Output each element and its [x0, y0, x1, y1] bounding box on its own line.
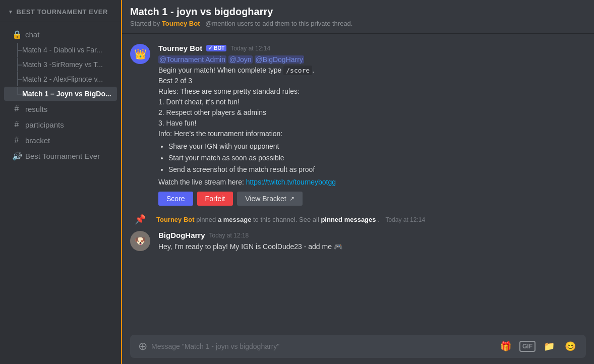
gift-icon[interactable]: 🎁: [498, 339, 513, 354]
thread-label-match1: Match 1 – Joyn vs BigDo...: [22, 90, 111, 98]
pinned-timestamp: Today at 12:14: [385, 216, 425, 223]
channel-label-chat: chat: [25, 30, 39, 39]
thread-group: Match 4 - Diaboli vs Far... Match 3 -Sir…: [0, 43, 121, 101]
thread-label-match3: Match 3 -SirRomey vs T...: [22, 60, 103, 69]
file-upload-icon[interactable]: 📁: [542, 339, 557, 354]
thread-connector: [17, 94, 22, 95]
pinned-verb: pinned: [196, 216, 218, 223]
channel-label-voice: Best Tournament Ever: [25, 152, 100, 160]
channel-label-participants: participants: [25, 120, 64, 129]
mention-hint: @mention users to add them to this priva…: [205, 20, 352, 27]
message-content-bigdog: BigDogHarry Today at 12:18 Hey, I'm read…: [158, 231, 586, 252]
channels-section: 🔒 chat Match 4 - Diaboli vs Far... Match…: [0, 22, 121, 168]
pinned-author: Tourney Bot: [156, 216, 195, 223]
gif-button[interactable]: GIF: [519, 341, 536, 352]
message-author-tourney: Tourney Bot: [158, 44, 202, 52]
message-line-2: Best 2 of 3: [158, 76, 586, 86]
channel-item-participants[interactable]: # participants: [4, 117, 117, 132]
sidebar: ▼ BEST TOURNAMENT EVER 🔒 chat Match 4 - …: [0, 0, 121, 364]
message-body-tourney: @Tournament Admin @Joyn @BigDogHarry Beg…: [158, 54, 586, 206]
channel-label-results: results: [25, 105, 47, 113]
messages-area: 👑 Tourney Bot ✓ BOT Today at 12:14 @Tour…: [122, 34, 594, 329]
bot-label: BOT: [214, 45, 224, 51]
mention-bigdogharry: @BigDogHarry: [255, 55, 304, 64]
channel-header: Match 1 - joyn vs bigdogharry Started by…: [122, 0, 594, 34]
pinned-to: to this channel. See all: [253, 216, 321, 223]
message-line-4: 1. Don't cheat, it's not fun!: [158, 97, 586, 107]
avatar-tourney-bot: 👑: [130, 44, 150, 64]
message-header-bigdog: BigDogHarry Today at 12:18: [158, 231, 586, 239]
pin-icon: 📌: [130, 214, 150, 225]
bullet-1: Share your IGN with your opponent: [168, 141, 586, 152]
system-message-pinned: 📌 Tourney Bot pinned a message to this c…: [122, 210, 594, 229]
add-attachment-icon[interactable]: ⊕: [138, 335, 147, 358]
hash-icon: #: [12, 136, 21, 145]
stream-link[interactable]: https://twitch.tv/tourneybotgg: [246, 178, 336, 186]
tourney-bot-avatar-icon: 👑: [134, 48, 147, 60]
action-buttons: Score Forfeit View Bracket ↗: [158, 192, 586, 206]
thread-connector: [17, 50, 22, 51]
lock-icon: 🔒: [12, 30, 21, 39]
message-text-bigdog: Hey, I'm ready to play! My IGN is CoolDu…: [158, 241, 586, 252]
message-input-wrapper: ⊕ 🎁 GIF 📁 😊: [130, 335, 586, 358]
hash-icon: #: [12, 104, 21, 113]
check-icon: ✓: [208, 45, 212, 51]
channel-item-results[interactable]: # results: [4, 101, 117, 116]
thread-label-match2: Match 2 - AlexFlipnote v...: [22, 75, 103, 83]
channel-item-chat[interactable]: 🔒 chat: [4, 27, 117, 42]
thread-item-match2[interactable]: Match 2 - AlexFlipnote v...: [4, 72, 117, 86]
thread-connector: [17, 65, 22, 66]
mention-joyn: @Joyn: [228, 55, 253, 64]
pinned-period: .: [378, 216, 380, 223]
thread-label-match4: Match 4 - Diaboli vs Far...: [22, 46, 102, 54]
message-author-bigdog: BigDogHarry: [158, 231, 205, 239]
speaker-icon: 🔊: [12, 151, 21, 161]
channel-item-bracket[interactable]: # bracket: [4, 133, 117, 148]
bullet-list: Share your IGN with your opponent Start …: [158, 141, 586, 175]
thread-item-match1[interactable]: Match 1 – Joyn vs BigDo...: [4, 87, 117, 101]
mention-admin: @Tournament Admin: [158, 55, 226, 64]
bot-badge: ✓ BOT: [206, 45, 226, 51]
pinned-messages-link[interactable]: pinned messages: [321, 216, 376, 223]
thread-line: [17, 87, 18, 94]
message-tourney-bot: 👑 Tourney Bot ✓ BOT Today at 12:14 @Tour…: [122, 42, 594, 208]
message-line-1: Begin your match! When complete type /sc…: [158, 65, 586, 76]
external-link-icon: ↗: [289, 195, 294, 202]
message-content-tourney: Tourney Bot ✓ BOT Today at 12:14 @Tourna…: [158, 44, 586, 206]
bigdog-avatar-icon: 🐶: [135, 235, 146, 247]
view-bracket-button[interactable]: View Bracket ↗: [237, 192, 302, 206]
channel-title: Match 1 - joyn vs bigdogharry: [130, 6, 586, 18]
stream-line: Watch the live stream here: https://twit…: [158, 177, 586, 188]
view-bracket-label: View Bracket: [245, 195, 286, 203]
pinned-target: a message: [218, 216, 252, 223]
channel-meta: Started by Tourney Bot @mention users to…: [130, 20, 586, 27]
message-timestamp-bigdog: Today at 12:18: [209, 232, 249, 239]
thread-item-match4[interactable]: Match 4 - Diaboli vs Far...: [4, 43, 117, 57]
server-header[interactable]: ▼ BEST TOURNAMENT EVER: [0, 0, 121, 22]
thread-item-match3[interactable]: Match 3 -SirRomey vs T...: [4, 57, 117, 72]
message-input-area: ⊕ 🎁 GIF 📁 😊: [122, 329, 594, 364]
message-line-6: 3. Have fun!: [158, 118, 586, 129]
bullet-3: Send a screenshot of the match result as…: [168, 164, 586, 175]
pinned-text: Tourney Bot pinned a message to this cha…: [156, 216, 425, 223]
message-header-tourney: Tourney Bot ✓ BOT Today at 12:14: [158, 44, 586, 52]
main-content: Match 1 - joyn vs bigdogharry Started by…: [121, 0, 594, 364]
bullet-2: Start your match as soon as possible: [168, 153, 586, 163]
input-actions: 🎁 GIF 📁 😊: [498, 339, 578, 354]
mentions-line: @Tournament Admin @Joyn @BigDogHarry: [158, 54, 586, 65]
forfeit-button[interactable]: Forfeit: [197, 192, 233, 206]
hash-icon: #: [12, 120, 21, 129]
score-button[interactable]: Score: [158, 192, 193, 206]
message-input[interactable]: [151, 337, 494, 356]
channel-item-voice[interactable]: 🔊 Best Tournament Ever: [4, 148, 117, 164]
server-name: BEST TOURNAMENT EVER: [17, 8, 108, 16]
thread-connector: [17, 79, 22, 80]
started-by-name: Tourney Bot: [162, 20, 200, 27]
message-line-5: 2. Respect other players & admins: [158, 107, 586, 118]
emoji-icon[interactable]: 😊: [563, 339, 578, 354]
chevron-icon: ▼: [8, 9, 14, 15]
channel-label-bracket: bracket: [25, 136, 50, 145]
message-bigdog: 🐶 BigDogHarry Today at 12:18 Hey, I'm re…: [122, 229, 594, 254]
score-command: /score: [283, 66, 312, 75]
message-timestamp-tourney: Today at 12:14: [230, 45, 270, 52]
